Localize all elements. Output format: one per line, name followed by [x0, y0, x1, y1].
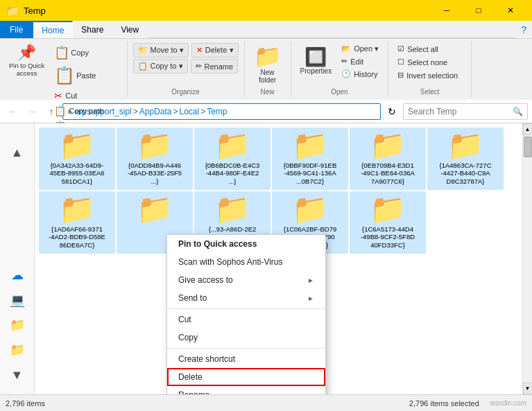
status-item-count: 2,796 items [6, 399, 398, 408]
sidebar: ▲ ☁ 💻 📁 📁 ▼ [0, 123, 35, 394]
scroll-up-button[interactable]: ▲ [523, 123, 533, 135]
sidebar-folder2-icon[interactable]: 📁 [3, 338, 31, 362]
select-none-button[interactable]: ☐ Select none [394, 56, 451, 68]
organize-row2: 📋 Copy to ▾ ✏ Rename [133, 59, 239, 73]
scroll-thumb[interactable] [524, 137, 532, 157]
folder-icon: 📁 [292, 195, 328, 224]
copy-to-button[interactable]: 📋 Copy to ▾ [133, 59, 188, 73]
tab-view[interactable]: View [112, 21, 148, 38]
new-items: 📁 Newfolder [250, 43, 285, 87]
folder-item[interactable]: 📁{1C6A5173-44D4-49B8-9CF2-5F8D40FD33FC} [350, 191, 426, 254]
context-menu-item[interactable]: Delete [167, 368, 325, 386]
sidebar-computer-icon[interactable]: 💻 [3, 288, 31, 313]
select-none-icon: ☐ [397, 58, 404, 67]
paste-button[interactable]: 📋 Paste [51, 64, 121, 87]
context-menu-item[interactable]: Pin to Quick access [167, 235, 325, 253]
invert-icon: ⊟ [397, 71, 404, 80]
sidebar-cloud-icon[interactable]: ☁ [3, 263, 31, 288]
ribbon-group-new: 📁 Newfolder New [245, 42, 291, 97]
context-menu-item[interactable]: Give access to► [167, 271, 325, 289]
move-to-button[interactable]: 📁 Move to ▾ [133, 43, 189, 58]
open-label: Open [331, 87, 347, 96]
folder-item[interactable]: 📁{0A342A33-64D9-45EB-8955-03EA6581DCA1} [39, 128, 115, 190]
context-menu-item[interactable]: Create shortcut [167, 350, 325, 368]
select-all-icon: ☑ [397, 44, 404, 53]
file-area-wrapper: 📁{0A342A33-64D9-45EB-8955-03EA6581DCA1}📁… [35, 123, 522, 394]
context-menu-item[interactable]: Rename [167, 386, 325, 394]
folder-name: {0B6BDC0B-E4C3-44B4-980F-E4E2...} [205, 161, 260, 185]
properties-button[interactable]: 🔲 Properties [297, 46, 336, 77]
folder-item[interactable]: 📁{0ADD84B9-A446-45AD-B33E-25F5...} [117, 128, 193, 190]
pin-label: Pin to Quickaccess [9, 62, 44, 78]
title-text: Temp [24, 6, 427, 16]
select-all-button[interactable]: ☑ Select all [394, 43, 442, 55]
context-menu-item[interactable]: Copy [167, 329, 325, 347]
rename-button[interactable]: ✏ Rename [191, 59, 239, 73]
tab-home[interactable]: Home [33, 21, 73, 38]
copy-button[interactable]: 📋 Copy [51, 43, 121, 62]
copy-path-button[interactable]: 📋 Copy path [51, 104, 121, 118]
select-items: ☑ Select all ☐ Select none ⊟ Invert sele… [394, 43, 465, 87]
close-button[interactable]: ✕ [495, 0, 526, 21]
folder-name: {0EB709B4-E3D1-49C1-BE64-036A7A9077C6} [361, 161, 415, 185]
open-icon: 📂 [341, 44, 351, 53]
context-menu-item[interactable]: Send to► [167, 289, 325, 307]
folder-item[interactable]: 📁{0EB709B4-E3D1-49C1-BE64-036A7A9077C6} [350, 128, 426, 190]
folder-icon: 📁 [137, 195, 173, 224]
context-menu-item[interactable]: Scan with Sophos Anti-Virus [167, 253, 325, 271]
scroll-down-button[interactable]: ▼ [523, 383, 533, 394]
folder-item[interactable]: 📁{0B6BDC0B-E4C3-44B4-980F-E4E2...} [194, 128, 271, 190]
refresh-button[interactable]: ↻ [384, 103, 400, 120]
folder-icon: 📁 [59, 195, 95, 224]
invert-selection-button[interactable]: ⊟ Invert selection [394, 69, 461, 81]
paste-icon: 📋 [54, 66, 75, 85]
status-bar: 2,796 items 2,796 items selected wsxdin.… [0, 394, 532, 411]
search-box[interactable]: 🔍 [403, 103, 528, 120]
tab-file[interactable]: File [0, 21, 33, 38]
folder-item[interactable]: 📁{1AD6AF66-9371-4AD2-BDB9-D58E86DE6A7C} [39, 191, 115, 254]
new-folder-button[interactable]: 📁 Newfolder [250, 43, 285, 86]
ribbon-group-clipboard: 📌 Pin to Quickaccess 📋 Copy 📋 Paste ✂ Cu… [0, 42, 128, 97]
help-button[interactable]: ? [515, 21, 532, 38]
sidebar-folder-icon[interactable]: 📁 [3, 313, 31, 338]
minimize-button[interactable]: ─ [431, 0, 463, 21]
folder-name: {0ADD84B9-A446-45AD-B33E-25F5...} [128, 161, 182, 185]
organize-items: 📁 Move to ▾ ✕ Delete ▾ 📋 Copy to ▾ ✏ Ren… [133, 43, 239, 87]
path-appdata[interactable]: AppData [139, 107, 172, 116]
open-button[interactable]: 📂 Open ▾ [338, 43, 382, 55]
sidebar-up-icon[interactable]: ▲ [3, 140, 31, 165]
folder-icon: 📁 [370, 195, 406, 224]
path-local[interactable]: Local [179, 107, 199, 116]
folder-item[interactable]: 📁{0BBF90DF-91EB-4569-9C41-136A...0B7C2} [272, 128, 348, 190]
folder-icon: 📁 [214, 131, 250, 160]
search-icon: 🔍 [513, 107, 523, 116]
cut-button[interactable]: ✂ Cut [51, 89, 121, 103]
folder-item[interactable]: 📁{1A4863CA-727C-4427-B440-C9AD8C32787A} [427, 128, 504, 190]
title-icon: 📁 [6, 4, 19, 17]
watermark: wsxdin.com [490, 399, 526, 407]
ribbon-group-open: 🔲 Properties 📂 Open ▾ ✏ Edit 🕐 History O… [291, 42, 389, 97]
copy-to-icon: 📋 [138, 62, 148, 71]
folder-name: {1A4863CA-727C-4427-B440-C9AD8C32787A} [440, 161, 492, 185]
history-button[interactable]: 🕐 History [338, 68, 382, 80]
new-folder-icon: 📁 [254, 45, 282, 67]
submenu-arrow: ► [307, 277, 314, 284]
tab-share[interactable]: Share [73, 21, 112, 38]
edit-button[interactable]: ✏ Edit [338, 55, 382, 67]
scrollbar: ▲ ▼ [522, 123, 532, 394]
open-items: 🔲 Properties 📂 Open ▾ ✏ Edit 🕐 History [297, 43, 383, 87]
move-to-icon: 📁 [138, 46, 148, 55]
maximize-button[interactable]: □ [463, 0, 495, 21]
search-input[interactable] [408, 107, 513, 116]
delete-button[interactable]: ✕ Delete ▾ [191, 43, 239, 58]
path-temp[interactable]: Temp [207, 107, 227, 116]
sidebar-down-icon[interactable]: ▼ [3, 362, 31, 387]
main-area: ▲ ☁ 💻 📁 📁 ▼ 📁{0A342A33-64D9-45EB-8955-03… [0, 123, 532, 394]
context-menu-separator [167, 348, 325, 349]
folder-icon: 📁 [447, 131, 483, 160]
delete-icon: ✕ [196, 46, 203, 55]
context-menu-item[interactable]: Cut [167, 311, 325, 329]
organize-row1: 📁 Move to ▾ ✕ Delete ▾ [133, 43, 239, 58]
folder-icon: 📁 [137, 131, 173, 160]
pin-quick-access-button[interactable]: 📌 Pin to Quickaccess [6, 43, 48, 133]
